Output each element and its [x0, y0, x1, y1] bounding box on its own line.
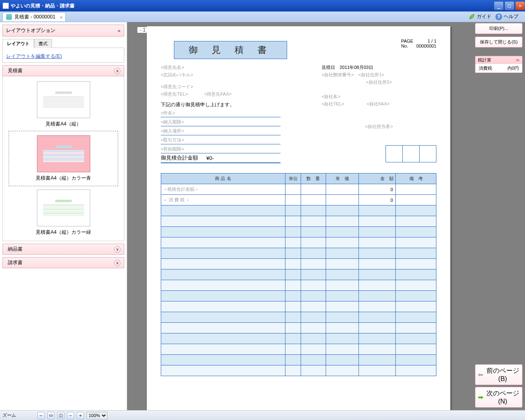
- ph-delivery-date: <納入期限>: [161, 119, 281, 126]
- declare-text: 下記の通り御見積申し上げます。: [161, 101, 316, 108]
- fit-width-icon[interactable]: ↔: [37, 412, 45, 419]
- doc-icon: [6, 14, 12, 20]
- ph-delivery-place: <納入場所>: [161, 128, 281, 135]
- prev-page-button[interactable]: ⬅前のページ(B): [475, 364, 523, 385]
- ph-cust-fax: <得意先FAX>: [204, 91, 232, 97]
- table-row: [161, 269, 436, 280]
- ph-staff: <自社担当者>: [322, 123, 436, 130]
- chevron-up-icon: ∧: [114, 68, 121, 74]
- thumb-estimate-blue[interactable]: 見積書A4（縦）カラー青: [9, 131, 118, 186]
- thumb-preview: [37, 189, 90, 226]
- save-close-button[interactable]: 保存して閉じる(S): [475, 37, 523, 48]
- ph-subject: <件名>: [161, 110, 281, 117]
- actual-size-icon[interactable]: ◫: [57, 412, 64, 419]
- ph-cust-tel: <得意先TEL>: [161, 91, 188, 97]
- arrow-left-icon: ⬅: [478, 371, 483, 379]
- next-page-button[interactable]: ➡次のページ(N): [475, 387, 523, 408]
- page-nav: ⬅前のページ(B) ➡次のページ(N): [475, 364, 523, 408]
- document-tab[interactable]: 見積書 - 00000001 ×: [2, 12, 66, 21]
- edit-layout-link[interactable]: レイアウトを編集する(E): [6, 53, 121, 60]
- table-row: [161, 237, 436, 248]
- tab-bar: 見積書 - 00000001 × ガイド ? ヘルプ: [0, 11, 525, 22]
- preview-area[interactable]: - 1 - PAGE1 / 1 No.00000001 御 見 積 書 <得意先…: [127, 22, 525, 410]
- ph-valid: <有効期限>: [161, 146, 281, 153]
- tab-layout[interactable]: レイアウト: [2, 39, 34, 48]
- table-row: [161, 280, 436, 291]
- ph-cust-code: <得意先コード>: [161, 84, 316, 90]
- title-bar: やよいの見積・納品・請求書 _ □ ✕: [0, 0, 525, 11]
- table-row: ＜税抜合計金額＞0: [161, 184, 436, 195]
- table-row: [161, 205, 436, 216]
- guide-button[interactable]: ガイド: [468, 13, 491, 20]
- chevron-down-icon: ∨: [114, 260, 121, 266]
- table-row: [161, 216, 436, 227]
- thumb-preview: [37, 135, 90, 172]
- section-estimate[interactable]: 見積書 ∧: [2, 65, 124, 76]
- date-value: 2011年08月03日: [340, 65, 373, 70]
- date-label: 見積日: [322, 65, 335, 70]
- thumb-label: 見積書A4（縦）カラー緑: [36, 229, 91, 236]
- close-button[interactable]: ✕: [515, 1, 525, 10]
- total-row: 御見積合計金額 ¥0-: [161, 153, 281, 163]
- table-row: [161, 344, 436, 355]
- minimize-button[interactable]: _: [494, 1, 504, 10]
- zoom-label: ズーム: [2, 412, 16, 418]
- app-icon: [2, 2, 9, 9]
- th-amount: 金 額: [359, 173, 396, 184]
- section-invoice[interactable]: 請求書 ∨: [2, 257, 124, 268]
- table-row: [161, 301, 436, 312]
- th-unit: 単位: [285, 173, 301, 184]
- table-row: [161, 312, 436, 323]
- thumb-label: 見積書A4（縦）カラー青: [36, 175, 91, 182]
- zoom-out-icon[interactable]: −: [67, 412, 74, 419]
- tax-header[interactable]: 税計算≫: [475, 56, 522, 64]
- zoom-in-icon[interactable]: +: [77, 412, 84, 419]
- stamp-boxes: [386, 145, 436, 162]
- table-row: [161, 248, 436, 259]
- table-row: [161, 227, 436, 237]
- expand-icon: ≫: [516, 58, 520, 62]
- maximize-button[interactable]: □: [504, 1, 514, 10]
- action-panel: 印刷(P)... 保存して閉じる(S): [475, 23, 523, 48]
- ph-tel: <自社TEL>: [322, 101, 344, 106]
- tab-format[interactable]: 書式: [34, 39, 52, 48]
- document-tab-label: 見積書 - 00000001: [14, 14, 55, 21]
- ph-customer: <得意先名>: [161, 64, 316, 71]
- thumb-estimate-plain[interactable]: 見積書A4（縦）: [15, 81, 112, 128]
- arrow-right-icon: ➡: [478, 393, 483, 401]
- sidebar-header[interactable]: レイアウトオプション «: [2, 25, 124, 37]
- th-name: 商 品 名: [161, 173, 285, 184]
- document-title: 御 見 積 書: [174, 41, 287, 59]
- thumb-preview: [37, 81, 90, 118]
- tax-panel[interactable]: 税計算≫ 消費税内0円: [475, 56, 523, 73]
- thumb-estimate-green[interactable]: 見積書A4（縦）カラー緑: [15, 189, 112, 236]
- collapse-icon[interactable]: «: [118, 27, 121, 34]
- question-icon: ?: [495, 14, 502, 20]
- document-page: PAGE1 / 1 No.00000001 御 見 積 書 <得意先名> <左詰…: [147, 26, 450, 410]
- app-title: やよいの見積・納品・請求書: [11, 2, 75, 9]
- ph-payment: <取引方法>: [161, 137, 281, 144]
- help-button[interactable]: ? ヘルプ: [495, 13, 518, 20]
- table-row: [161, 355, 436, 365]
- table-row: [161, 323, 436, 333]
- layout-sidebar: レイアウトオプション « レイアウト 書式 レイアウトを編集する(E) 見積書 …: [0, 22, 127, 410]
- zoom-select[interactable]: 100%: [87, 412, 107, 419]
- ph-company: <自社名>: [322, 94, 436, 100]
- print-button[interactable]: 印刷(P)...: [475, 23, 523, 34]
- chevron-down-icon: ∨: [114, 246, 121, 253]
- section-delivery[interactable]: 納品書 ∨: [2, 244, 124, 255]
- ph-addr1: <自社住所1>: [358, 72, 384, 77]
- table-row: [161, 259, 436, 269]
- ph-zip: <自社郵便番号>: [322, 72, 354, 77]
- ph-panel: <左詰めパネル>: [161, 72, 316, 78]
- ph-fax: <自社FAX>: [367, 101, 390, 106]
- fit-page-icon[interactable]: ▭: [47, 412, 55, 419]
- page-number-box: PAGE1 / 1 No.00000001: [401, 39, 436, 48]
- table-row: [161, 291, 436, 301]
- status-bar: ズーム ↔ ▭ ◫ − + 100%: [0, 410, 525, 420]
- th-qty: 数 量: [301, 173, 326, 184]
- th-note: 備 考: [396, 173, 436, 184]
- leaf-icon: [468, 14, 475, 20]
- tab-close-icon[interactable]: ×: [59, 14, 63, 21]
- table-row: [161, 333, 436, 344]
